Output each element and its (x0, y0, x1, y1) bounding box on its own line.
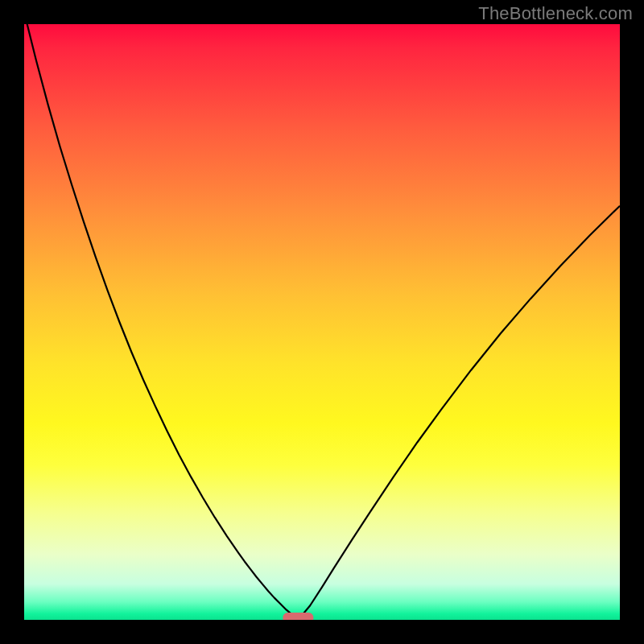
watermark-text: TheBottleneck.com (478, 3, 633, 24)
plot-area (24, 24, 620, 620)
minimum-marker (283, 613, 313, 620)
curve-svg (24, 24, 620, 620)
bottleneck-curve (24, 24, 620, 620)
chart-frame: TheBottleneck.com (0, 0, 644, 644)
